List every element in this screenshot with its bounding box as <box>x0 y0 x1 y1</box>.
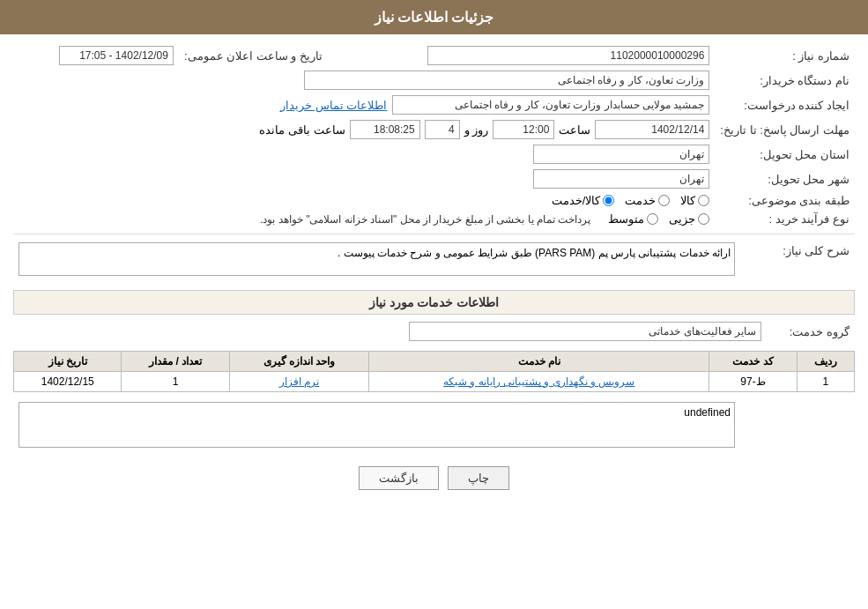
announce-input[interactable] <box>59 46 174 65</box>
category-khedmat-radio[interactable] <box>658 195 670 206</box>
page-header: جزئیات اطلاعات نیاز <box>0 0 868 34</box>
buyer-desc-textarea[interactable] <box>19 402 735 448</box>
col-unit: واحد اندازه گیری <box>229 352 369 372</box>
category-kala-khedmat-label: کالا/خدمت <box>552 194 601 207</box>
time-label: ساعت <box>559 123 590 137</box>
purchase-motovaset-radio[interactable] <box>647 213 658 225</box>
col-qty: تعداد / مقدار <box>122 352 229 372</box>
category-khedmat[interactable]: خدمت <box>625 194 670 207</box>
city-input[interactable] <box>533 169 709 189</box>
deadline-date-input[interactable] <box>595 120 709 139</box>
announce-value <box>13 43 179 68</box>
service-group-value <box>13 319 767 344</box>
need-desc-section: شرح کلی نیاز: <box>13 240 855 281</box>
city-label: شهر محل تحویل: <box>715 167 855 191</box>
main-content: شماره نیاز : تاریخ و ساعت اعلان عمومی: ن… <box>0 34 868 499</box>
deadline-remaining-input[interactable] <box>350 120 420 139</box>
need-number-value <box>328 43 715 68</box>
need-desc-textarea[interactable] <box>19 242 735 276</box>
buttons-row: چاپ بازگشت <box>13 466 855 490</box>
city-value <box>13 167 715 191</box>
page-title: جزئیات اطلاعات نیاز <box>375 10 494 25</box>
province-value <box>13 142 715 167</box>
service-table: ردیف کد خدمت نام خدمت واحد اندازه گیری ت… <box>13 351 855 392</box>
category-kala-khedmat[interactable]: کالا/خدمت <box>552 194 615 207</box>
days-label: روز و <box>464 123 489 137</box>
service-group-input[interactable] <box>409 322 761 341</box>
buyer-desc-section <box>13 399 855 453</box>
need-number-input[interactable] <box>427 46 709 65</box>
category-kala-khedmat-radio[interactable] <box>603 195 614 206</box>
category-row: کالا خدمت کالا/خدمت <box>13 191 715 210</box>
province-input[interactable] <box>533 145 709 164</box>
purchase-jozi-label: جزیی <box>669 212 695 226</box>
purchase-type-label: نوع فرآیند خرید : <box>715 210 855 228</box>
org-input[interactable] <box>304 71 709 90</box>
deadline-time-input[interactable] <box>493 120 554 139</box>
buyer-desc-value <box>13 399 740 453</box>
buyer-desc-label <box>740 399 855 453</box>
deadline-row: ساعت روز و ساعت باقی مانده <box>13 117 715 142</box>
org-value <box>13 68 715 93</box>
table-row: 1ط-97سرویس و نگهداری و پشتیبانی رایانه و… <box>14 372 855 392</box>
need-desc-value <box>13 240 740 281</box>
col-date: تاریخ نیاز <box>14 352 122 372</box>
purchase-note: پرداخت تمام یا بخشی از مبلغ خریدار از مح… <box>260 213 590 226</box>
category-label: طبقه بندی موضوعی: <box>715 191 855 210</box>
creator-link[interactable]: اطلاعات تماس خریدار <box>280 99 387 112</box>
deadline-label: مهلت ارسال پاسخ: تا تاریخ: <box>715 117 855 142</box>
remaining-label: ساعت باقی مانده <box>259 123 345 137</box>
col-row: ردیف <box>797 352 854 372</box>
purchase-jozi[interactable]: جزیی <box>669 212 709 226</box>
service-info-title: اطلاعات خدمات مورد نیاز <box>13 290 855 315</box>
service-group-label: گروه خدمت: <box>767 319 855 344</box>
page-wrapper: جزئیات اطلاعات نیاز شماره نیاز : تاریخ و… <box>0 0 868 609</box>
purchase-type-row: جزیی متوسط پرداخت تمام یا بخشی از مبلغ خ… <box>13 210 715 228</box>
deadline-days-input[interactable] <box>425 120 460 139</box>
category-kala-label: کالا <box>680 194 695 207</box>
purchase-motovaset-label: متوسط <box>608 212 644 226</box>
province-label: استان محل تحویل: <box>715 142 855 167</box>
col-code: کد خدمت <box>709 352 797 372</box>
category-khedmat-label: خدمت <box>625 194 656 207</box>
org-label: نام دستگاه خریدار: <box>715 68 855 93</box>
purchase-motovaset[interactable]: متوسط <box>608 212 658 226</box>
col-name: نام خدمت <box>369 352 709 372</box>
category-kala[interactable]: کالا <box>680 194 709 207</box>
back-button[interactable]: بازگشت <box>359 466 439 490</box>
purchase-jozi-radio[interactable] <box>698 213 709 225</box>
print-button[interactable]: چاپ <box>448 466 509 490</box>
creator-row: اطلاعات تماس خریدار <box>13 93 715 117</box>
announce-label: تاریخ و ساعت اعلان عمومی: <box>179 43 328 68</box>
service-group-section: گروه خدمت: <box>13 319 855 344</box>
need-desc-label: شرح کلی نیاز: <box>740 240 855 281</box>
creator-label: ایجاد کننده درخواست: <box>715 93 855 117</box>
info-section: شماره نیاز : تاریخ و ساعت اعلان عمومی: ن… <box>13 43 855 228</box>
creator-input[interactable] <box>392 95 709 115</box>
category-kala-radio[interactable] <box>698 195 709 206</box>
divider-1 <box>13 234 855 234</box>
need-number-label: شماره نیاز : <box>715 43 855 68</box>
